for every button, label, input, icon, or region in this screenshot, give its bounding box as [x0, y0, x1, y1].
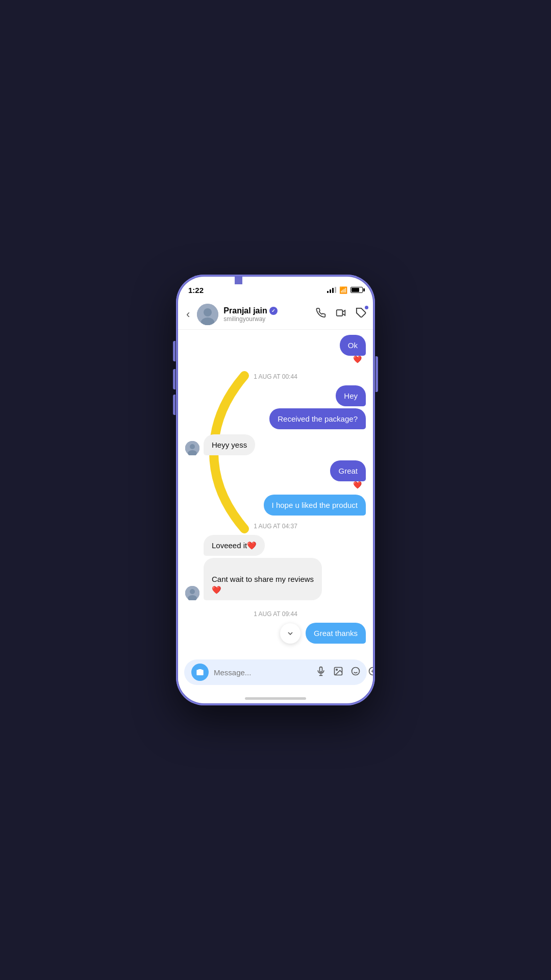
message-row: Heyy yess [185, 434, 366, 455]
phone-frame: 1:22 📶 ‹ [176, 275, 375, 705]
svg-point-1 [204, 308, 212, 316]
message-row: I hope u liked the product [185, 495, 366, 516]
reaction-heart: ❤️ [353, 480, 362, 491]
timestamp: 1 AUG AT 09:44 [185, 610, 366, 618]
contact-username: smilingyourway [223, 315, 311, 323]
chat-header: ‹ Pranjal jain ✓ smilingyourway [178, 299, 373, 330]
input-actions [316, 666, 373, 679]
input-row [184, 659, 367, 685]
image-icon[interactable] [333, 666, 343, 679]
back-button[interactable]: ‹ [184, 306, 192, 323]
signal-icon [327, 287, 336, 293]
timestamp: 1 AUG AT 00:44 [185, 373, 366, 380]
message-row: Loveeed it❤️ [185, 535, 366, 556]
status-icons: 📶 [327, 286, 363, 294]
message-bubble: Great ❤️ [330, 460, 366, 481]
message-bubble: Ok ❤️ [340, 335, 366, 356]
svg-rect-12 [320, 667, 322, 672]
input-bar [178, 655, 373, 693]
svg-point-6 [190, 444, 195, 449]
header-actions [316, 307, 367, 321]
svg-point-17 [352, 667, 360, 675]
home-indicator [178, 693, 373, 703]
svg-rect-3 [337, 310, 343, 316]
message-row: Hey [185, 385, 366, 406]
message-row: Cant wait to share my reviews ❤️ [185, 558, 366, 600]
camera-button[interactable] [191, 664, 209, 681]
message-bubble: I hope u liked the product [264, 495, 366, 516]
svg-point-16 [336, 669, 338, 670]
verified-badge: ✓ [269, 307, 278, 315]
contact-info: Pranjal jain ✓ smilingyourway [223, 306, 311, 323]
notch [242, 277, 309, 292]
message-bubble: Cant wait to share my reviews ❤️ [204, 558, 322, 600]
messages-area[interactable]: Ok ❤️ 1 AUG AT 00:44 Hey Received the pa… [178, 330, 373, 655]
timestamp: 1 AUG AT 04:37 [185, 523, 366, 530]
microphone-icon[interactable] [316, 666, 326, 679]
contact-name: Pranjal jain ✓ [223, 306, 311, 315]
phone-screen: 1:22 📶 ‹ [178, 277, 373, 703]
battery-icon [350, 287, 363, 293]
message-bubble: Hey [336, 385, 366, 406]
reaction-heart: ❤️ [353, 355, 362, 365]
sender-avatar [185, 586, 199, 600]
contact-avatar [197, 304, 218, 325]
message-bubble: Great thanks [306, 623, 366, 644]
message-bubble: Received the package? [269, 408, 366, 429]
sender-avatar [185, 441, 199, 455]
phone-icon[interactable] [316, 308, 326, 321]
message-bubble: Heyy yess [204, 434, 255, 455]
message-row: Ok ❤️ [185, 335, 366, 356]
message-row: Received the package? [185, 408, 366, 429]
message-row-with-scroll: Great thanks [185, 623, 366, 644]
home-bar [245, 697, 306, 700]
status-time: 1:22 [188, 286, 204, 295]
tag-icon[interactable] [356, 307, 367, 321]
scroll-down-button[interactable] [280, 623, 300, 644]
sticker-icon[interactable] [350, 666, 361, 679]
message-row: Great ❤️ [185, 460, 366, 481]
message-bubble: Loveeed it❤️ [204, 535, 265, 556]
wifi-icon: 📶 [339, 286, 347, 294]
svg-point-9 [190, 589, 195, 594]
video-icon[interactable] [335, 308, 346, 321]
message-input[interactable] [214, 668, 311, 677]
add-icon[interactable] [368, 666, 373, 679]
